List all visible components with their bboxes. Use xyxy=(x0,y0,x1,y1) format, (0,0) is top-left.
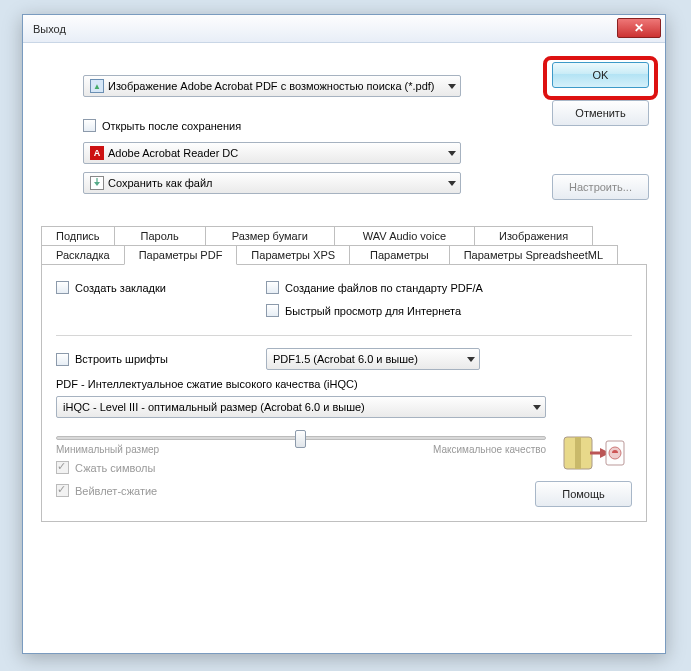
ok-button[interactable]: OK xyxy=(552,62,649,88)
pdfa-label: Создание файлов по стандарту PDF/A xyxy=(285,282,483,294)
help-button[interactable]: Помощь xyxy=(535,481,632,507)
slider-max-label: Максимальное качество xyxy=(433,444,546,455)
separator xyxy=(56,335,632,336)
chevron-down-icon xyxy=(533,405,541,410)
slider-track xyxy=(56,436,546,440)
tab-xps-params[interactable]: Параметры XPS xyxy=(236,245,350,265)
dialog-action-buttons: OK Отменить Настроить... xyxy=(552,62,649,200)
pdf-image-icon: ▲ xyxy=(90,79,104,93)
pdf-params-panel: Создать закладки Создание файлов по стан… xyxy=(41,264,647,522)
titlebar: Выход ✕ xyxy=(23,15,665,43)
save-mode-text: Сохранить как файл xyxy=(108,177,213,189)
open-after-save-label: Открыть после сохранения xyxy=(102,120,241,132)
chevron-down-icon xyxy=(448,151,456,156)
pdfa-checkbox[interactable] xyxy=(266,281,279,294)
tab-images[interactable]: Изображения xyxy=(474,226,593,245)
tab-paper-size[interactable]: Размер бумаги xyxy=(205,226,335,245)
fast-web-checkbox[interactable] xyxy=(266,304,279,317)
reader-app-text: Adobe Acrobat Reader DC xyxy=(108,147,238,159)
tab-row-1: Подпись Пароль Размер бумаги WAV Audio v… xyxy=(41,226,647,245)
svg-rect-1 xyxy=(575,437,581,469)
tab-wav-audio[interactable]: WAV Audio voice xyxy=(334,226,475,245)
tab-signature[interactable]: Подпись xyxy=(41,226,115,245)
pdf-version-combo[interactable]: PDF1.5 (Acrobat 6.0 и выше) xyxy=(266,348,480,370)
tab-password[interactable]: Пароль xyxy=(114,226,206,245)
compress-symbols-checkbox xyxy=(56,461,69,474)
embed-fonts-checkbox[interactable] xyxy=(56,353,69,366)
close-button[interactable]: ✕ xyxy=(617,18,661,38)
open-after-save-checkbox[interactable] xyxy=(83,119,96,132)
tab-layout[interactable]: Раскладка xyxy=(41,245,125,265)
acrobat-reader-icon: A xyxy=(90,146,104,160)
create-bookmarks-label: Создать закладки xyxy=(75,282,166,294)
output-format-text: Изображение Adobe Acrobat PDF с возможно… xyxy=(108,80,435,92)
compress-symbols-label: Сжать символы xyxy=(75,462,155,474)
tab-pdf-params[interactable]: Параметры PDF xyxy=(124,245,238,265)
chevron-down-icon xyxy=(467,357,475,362)
ihqc-level-combo[interactable]: iHQC - Level III - оптимальный размер (A… xyxy=(56,396,546,418)
wavelet-label: Вейвлет-сжатие xyxy=(75,485,157,497)
output-format-combo[interactable]: ▲ Изображение Adobe Acrobat PDF с возмож… xyxy=(83,75,461,97)
ihqc-level-text: iHQC - Level III - оптимальный размер (A… xyxy=(63,401,365,413)
chevron-down-icon xyxy=(448,181,456,186)
create-bookmarks-checkbox[interactable] xyxy=(56,281,69,294)
tab-row-2: Раскладка Параметры PDF Параметры XPS Па… xyxy=(41,245,647,265)
tab-params[interactable]: Параметры xyxy=(349,245,450,265)
quality-slider[interactable]: Минимальный размер Максимальное качество xyxy=(56,436,632,455)
chevron-down-icon xyxy=(448,84,456,89)
cancel-button[interactable]: Отменить xyxy=(552,100,649,126)
fast-web-label: Быстрый просмотр для Интернета xyxy=(285,305,461,317)
compression-icon xyxy=(562,429,628,477)
tab-spreadsheetml[interactable]: Параметры SpreadsheetML xyxy=(449,245,618,265)
embed-fonts-label: Встроить шрифты xyxy=(75,353,168,365)
reader-app-combo[interactable]: A Adobe Acrobat Reader DC xyxy=(83,142,461,164)
save-file-icon xyxy=(90,176,104,190)
pdf-version-text: PDF1.5 (Acrobat 6.0 и выше) xyxy=(273,353,418,365)
tabs-container: Подпись Пароль Размер бумаги WAV Audio v… xyxy=(41,226,647,522)
save-mode-combo[interactable]: Сохранить как файл xyxy=(83,172,461,194)
output-settings-group: ▲ Изображение Adobe Acrobat PDF с возмож… xyxy=(83,75,503,194)
ihqc-label: PDF - Интеллектуальное сжатие высокого к… xyxy=(56,378,632,390)
slider-thumb[interactable] xyxy=(295,430,306,448)
wavelet-checkbox xyxy=(56,484,69,497)
window-title: Выход xyxy=(33,23,66,35)
slider-min-label: Минимальный размер xyxy=(56,444,159,455)
configure-button: Настроить... xyxy=(552,174,649,200)
